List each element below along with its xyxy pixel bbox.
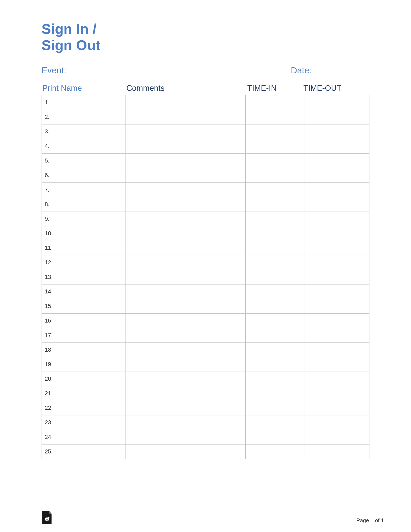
timein-cell[interactable] [245,299,304,314]
timeout-cell[interactable] [304,95,369,110]
timein-cell[interactable] [245,270,304,284]
timein-cell[interactable] [245,255,304,270]
timeout-cell[interactable] [304,342,369,357]
name-cell[interactable]: 10. [42,226,126,241]
name-cell[interactable]: 9. [42,211,126,226]
name-cell[interactable]: 14. [42,284,126,299]
timeout-cell[interactable] [304,430,369,444]
timeout-cell[interactable] [304,182,369,197]
timein-cell[interactable] [245,95,304,110]
comments-cell[interactable] [126,270,245,284]
timeout-cell[interactable] [304,328,369,342]
timein-cell[interactable] [245,401,304,415]
comments-cell[interactable] [126,430,245,444]
comments-cell[interactable] [126,241,245,255]
timein-cell[interactable] [245,211,304,226]
name-cell[interactable]: 3. [42,124,126,139]
name-cell[interactable]: 19. [42,357,126,371]
name-cell[interactable]: 17. [42,328,126,342]
timeout-cell[interactable] [304,241,369,255]
timein-cell[interactable] [245,444,304,459]
timein-cell[interactable] [245,182,304,197]
timeout-cell[interactable] [304,371,369,386]
comments-cell[interactable] [126,139,245,153]
name-cell[interactable]: 13. [42,270,126,284]
comments-cell[interactable] [126,299,245,314]
timein-cell[interactable] [245,124,304,139]
name-cell[interactable]: 23. [42,415,126,430]
timeout-cell[interactable] [304,211,369,226]
comments-cell[interactable] [126,153,245,168]
name-cell[interactable]: 24. [42,430,126,444]
timein-cell[interactable] [245,415,304,430]
name-cell[interactable]: 5. [42,153,126,168]
timein-cell[interactable] [245,139,304,153]
name-cell[interactable]: 21. [42,386,126,401]
timeout-cell[interactable] [304,284,369,299]
comments-cell[interactable] [126,444,245,459]
timeout-cell[interactable] [304,401,369,415]
timein-cell[interactable] [245,168,304,182]
timein-cell[interactable] [245,226,304,241]
timein-cell[interactable] [245,314,304,328]
name-cell[interactable]: 25. [42,444,126,459]
name-cell[interactable]: 15. [42,299,126,314]
timeout-cell[interactable] [304,139,369,153]
name-cell[interactable]: 18. [42,342,126,357]
name-cell[interactable]: 2. [42,110,126,124]
comments-cell[interactable] [126,284,245,299]
timeout-cell[interactable] [304,124,369,139]
name-cell[interactable]: 16. [42,314,126,328]
timein-cell[interactable] [245,386,304,401]
name-cell[interactable]: 20. [42,371,126,386]
comments-cell[interactable] [126,401,245,415]
comments-cell[interactable] [126,182,245,197]
timein-cell[interactable] [245,371,304,386]
name-cell[interactable]: 6. [42,168,126,182]
timeout-cell[interactable] [304,299,369,314]
comments-cell[interactable] [126,342,245,357]
timein-cell[interactable] [245,357,304,371]
timeout-cell[interactable] [304,226,369,241]
timeout-cell[interactable] [304,415,369,430]
comments-cell[interactable] [126,226,245,241]
timein-cell[interactable] [245,110,304,124]
timeout-cell[interactable] [304,255,369,270]
comments-cell[interactable] [126,328,245,342]
comments-cell[interactable] [126,371,245,386]
name-cell[interactable]: 12. [42,255,126,270]
timein-cell[interactable] [245,430,304,444]
comments-cell[interactable] [126,95,245,110]
name-cell[interactable]: 7. [42,182,126,197]
comments-cell[interactable] [126,110,245,124]
name-cell[interactable]: 8. [42,197,126,211]
comments-cell[interactable] [126,314,245,328]
timeout-cell[interactable] [304,153,369,168]
comments-cell[interactable] [126,255,245,270]
comments-cell[interactable] [126,386,245,401]
name-cell[interactable]: 1. [42,95,126,110]
timeout-cell[interactable] [304,357,369,371]
timein-cell[interactable] [245,241,304,255]
timein-cell[interactable] [245,284,304,299]
timeout-cell[interactable] [304,197,369,211]
name-cell[interactable]: 11. [42,241,126,255]
comments-cell[interactable] [126,124,245,139]
comments-cell[interactable] [126,357,245,371]
timein-cell[interactable] [245,153,304,168]
timeout-cell[interactable] [304,386,369,401]
timeout-cell[interactable] [304,314,369,328]
comments-cell[interactable] [126,168,245,182]
date-input-line[interactable] [313,64,369,73]
timein-cell[interactable] [245,342,304,357]
comments-cell[interactable] [126,211,245,226]
comments-cell[interactable] [126,197,245,211]
name-cell[interactable]: 4. [42,139,126,153]
name-cell[interactable]: 22. [42,401,126,415]
timeout-cell[interactable] [304,270,369,284]
timein-cell[interactable] [245,197,304,211]
event-input-line[interactable] [68,64,155,73]
timein-cell[interactable] [245,328,304,342]
timeout-cell[interactable] [304,168,369,182]
timeout-cell[interactable] [304,110,369,124]
